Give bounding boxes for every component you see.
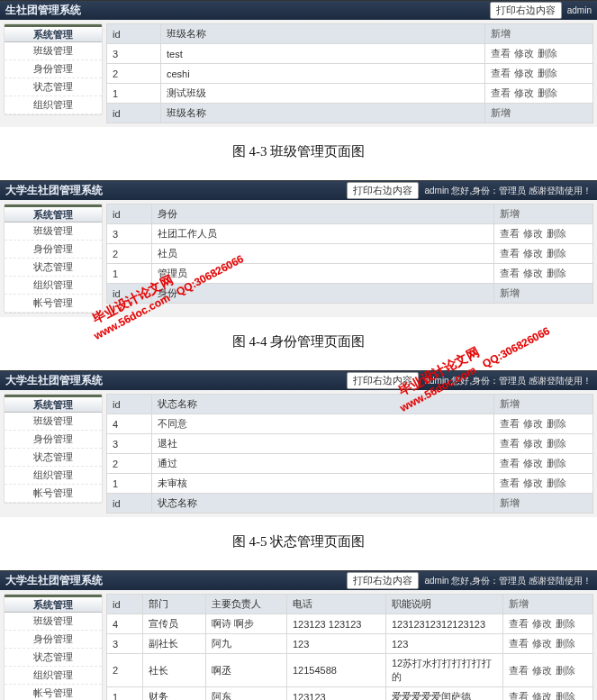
print-button[interactable]: 打印右边内容 [347, 372, 419, 389]
sidebar-item-org[interactable]: 组织管理 [5, 277, 102, 295]
sidebar: 系统管理 班级管理 身份管理 状态管理 组织管理 帐号管理 [4, 394, 103, 504]
class-table: id 班级名称 新增 3test查看修改删除 2ceshi查看修改删除 1测试班… [106, 23, 593, 123]
topbar: 生社团管理系统 打印右边内容 admin [0, 0, 597, 20]
figure-caption: 图 4-5 状态管理页面图 [0, 533, 597, 550]
col-id: id [107, 24, 161, 44]
table-row: 1未审核查看修改删除 [107, 474, 593, 494]
sidebar: 系统管理 班级管理 身份管理 状态管理 组织管理 帐号管理 [4, 204, 103, 314]
table-row: 1财务阿东123123爱爱爱爱爱闰萨德查看修改删除 [107, 687, 593, 701]
user-info: admin 您好,身份：管理员 感谢登陆使用！ [424, 575, 592, 587]
panel-identity-mgmt: 大学生社团管理系统 打印右边内容 admin 您好,身份：管理员 感谢登陆使用！… [0, 180, 597, 317]
print-button[interactable]: 打印右边内容 [347, 182, 419, 199]
table-row: 1管理员查看修改删除 [107, 264, 593, 284]
row-actions[interactable]: 查看修改删除 [485, 44, 593, 64]
sidebar-item-identity[interactable]: 身份管理 [5, 241, 102, 259]
sidebar: 系统管理 班级管理 身份管理 状态管理 组织管理 [4, 23, 103, 115]
table-row: 3退社查看修改删除 [107, 434, 593, 454]
figure-caption: 图 4-3 班级管理页面图 [0, 143, 597, 160]
status-table: id 状态名称 新增 4不同意查看修改删除 3退社查看修改删除 2通过查看修改删… [106, 394, 593, 514]
table-row: 2社长啊丞1215458812苏打水打打打打打打的查看修改删除 [107, 654, 593, 687]
app-title: 生社团管理系统 [5, 3, 81, 18]
print-button[interactable]: 打印右边内容 [347, 572, 419, 589]
sidebar-item-identity[interactable]: 身份管理 [5, 60, 102, 78]
table-row: 3test查看修改删除 [107, 44, 593, 64]
sidebar-item-org[interactable]: 组织管理 [5, 96, 102, 114]
table-row: 3副社长阿九123123查看修改删除 [107, 634, 593, 654]
table-row: 3社团工作人员查看修改删除 [107, 224, 593, 244]
table-row: 1测试班级查看修改删除 [107, 84, 593, 104]
sidebar-head: 系统管理 [5, 24, 102, 42]
topbar: 大学生社团管理系统 打印右边内容 admin 您好,身份：管理员 感谢登陆使用！ [0, 370, 597, 390]
figure-caption: 图 4-4 身份管理页面图 [0, 333, 597, 350]
row-actions[interactable]: 查看修改删除 [485, 84, 593, 104]
user-info: admin 您好,身份：管理员 感谢登陆使用！ [424, 185, 592, 197]
sidebar-item-class[interactable]: 班级管理 [5, 42, 102, 60]
table-row: 4宣传员啊诗 啊步123123 12312312312312312123123查… [107, 614, 593, 634]
table-row: 2社员查看修改删除 [107, 244, 593, 264]
topbar: 大学生社团管理系统 打印右边内容 admin 您好,身份：管理员 感谢登陆使用！ [0, 180, 597, 200]
panel-class-mgmt: 生社团管理系统 打印右边内容 admin 系统管理 班级管理 身份管理 状态管理… [0, 0, 597, 127]
topbar: 大学生社团管理系统 打印右边内容 admin 您好,身份：管理员 感谢登陆使用！ [0, 570, 597, 590]
panel-org-mgmt: 大学生社团管理系统 打印右边内容 admin 您好,身份：管理员 感谢登陆使用！… [0, 570, 597, 700]
table-row: 2通过查看修改删除 [107, 454, 593, 474]
sidebar-item-account[interactable]: 帐号管理 [5, 295, 102, 313]
sidebar: 系统管理 班级管理 身份管理 状态管理 组织管理 帐号管理 [4, 594, 103, 700]
table-row: 4不同意查看修改删除 [107, 414, 593, 434]
app-title: 大学生社团管理系统 [5, 373, 103, 388]
sidebar-item-status[interactable]: 状态管理 [5, 78, 102, 96]
row-actions[interactable]: 查看修改删除 [485, 64, 593, 84]
user-label: admin [567, 5, 592, 15]
table-row: 2ceshi查看修改删除 [107, 64, 593, 84]
print-button[interactable]: 打印右边内容 [490, 2, 562, 19]
identity-table: id 身份 新增 3社团工作人员查看修改删除 2社员查看修改删除 1管理员查看修… [106, 204, 593, 304]
col-add[interactable]: 新增 [485, 24, 593, 44]
sidebar-item-status[interactable]: 状态管理 [5, 259, 102, 277]
panel-status-mgmt: 大学生社团管理系统 打印右边内容 admin 您好,身份：管理员 感谢登陆使用！… [0, 370, 597, 517]
col-name: 班级名称 [161, 24, 485, 44]
sidebar-item-class[interactable]: 班级管理 [5, 223, 102, 241]
app-title: 大学生社团管理系统 [5, 183, 103, 198]
app-title: 大学生社团管理系统 [5, 573, 103, 588]
user-info: admin 您好,身份：管理员 感谢登陆使用！ [424, 375, 592, 387]
org-table: id 部门 主要负责人 电话 职能说明 新增 4宣传员啊诗 啊步123123 1… [106, 594, 593, 700]
